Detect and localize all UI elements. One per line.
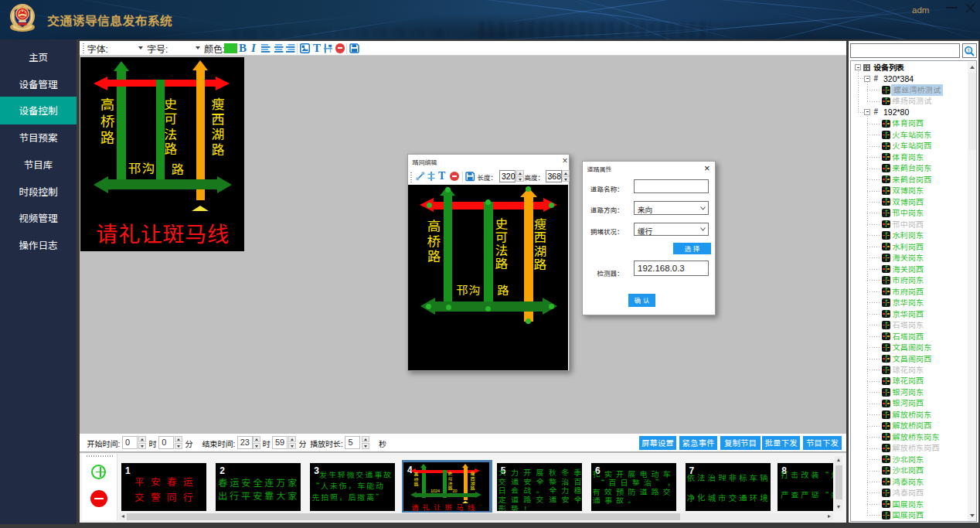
svg-text:3: 3 (967, 47, 970, 53)
